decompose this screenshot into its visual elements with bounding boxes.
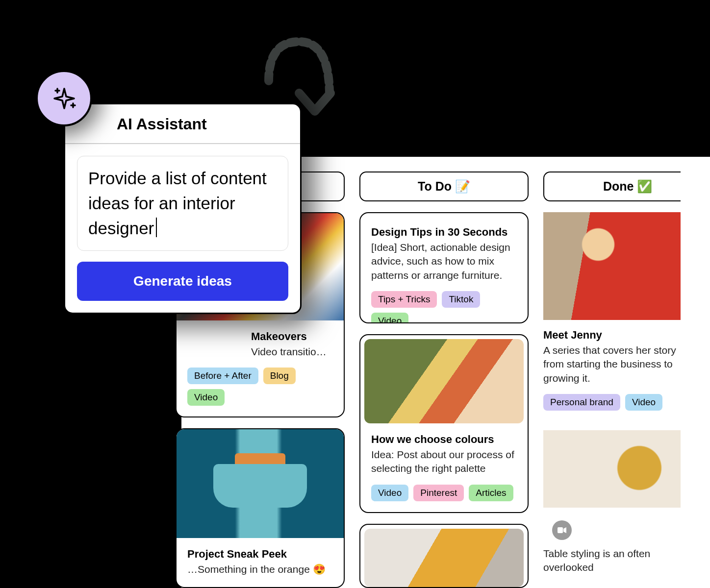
tag[interactable]: Articles	[469, 485, 513, 501]
card-tags: Personal brand Video	[543, 394, 681, 411]
ai-panel-title: AI Assistant	[65, 104, 300, 144]
tag[interactable]: Tips + Tricks	[371, 291, 437, 308]
card-text: [Idea] Short, actionable design advice, …	[371, 241, 517, 282]
tag[interactable]: Personal brand	[543, 394, 620, 411]
card-text: Video transitio…	[187, 345, 333, 359]
tag[interactable]: Tiktok	[442, 291, 480, 308]
card-image	[177, 429, 344, 538]
card[interactable]: Table styling is an often overlooked	[543, 430, 681, 584]
video-icon	[552, 520, 572, 540]
card-text: Table styling is an often overlooked	[543, 547, 681, 575]
card[interactable]: Meet Jenny A series that covers her stor…	[543, 212, 681, 419]
card-image	[543, 430, 681, 538]
sparkle-icon	[36, 70, 92, 126]
card-tags: Tips + Tricks Tiktok Video	[371, 291, 517, 323]
tag[interactable]: Video	[371, 313, 408, 323]
ai-assistant-panel: AI Assistant Provide a list of content i…	[64, 103, 302, 314]
tag[interactable]: Blog	[263, 368, 296, 384]
card-text: …Something in the orange 😍	[187, 563, 333, 576]
card-title: Meet Jenny	[543, 329, 681, 342]
tag[interactable]: Pinterest	[413, 485, 464, 501]
tag[interactable]: Video	[625, 394, 662, 411]
card[interactable]: Project Sneak Peek …Something in the ora…	[176, 428, 345, 588]
card-text: A series that covers her story from star…	[543, 343, 681, 385]
card-image	[543, 212, 681, 320]
ai-prompt-text: Provide a list of content ideas for an i…	[88, 169, 267, 238]
tag[interactable]: Before + After	[187, 368, 258, 384]
card[interactable]: How we choose colours Idea: Post about o…	[359, 334, 529, 513]
tag[interactable]: Video	[371, 485, 408, 501]
card-image	[364, 529, 524, 587]
column-todo: To Do 📝 Design Tips in 30 Seconds [Idea]…	[359, 172, 529, 588]
card-tags: Video Pinterest Articles	[371, 485, 517, 501]
svg-rect-0	[558, 527, 563, 533]
column-header-done[interactable]: Done ✅	[543, 172, 681, 201]
column-title: To Do 📝	[418, 179, 470, 193]
card[interactable]: Design Tips in 30 Seconds [Idea] Short, …	[359, 212, 529, 323]
ai-prompt-input[interactable]: Provide a list of content ideas for an i…	[77, 156, 288, 251]
card-title: Project Sneak Peek	[187, 548, 333, 561]
card-text: Idea: Post about our process of selectin…	[371, 448, 517, 476]
card-tags: Before + After Blog Video	[187, 368, 333, 406]
column-title: Done ✅	[603, 179, 652, 193]
card-title: Design Tips in 30 Seconds	[371, 226, 517, 239]
card-title: Makeovers	[187, 330, 333, 343]
generate-ideas-button[interactable]: Generate ideas	[77, 262, 288, 301]
text-caret	[156, 218, 157, 237]
tag[interactable]: Video	[187, 389, 225, 406]
column-header-todo[interactable]: To Do 📝	[359, 172, 529, 201]
card-image	[364, 339, 524, 423]
column-done: Done ✅ Meet Jenny A series that covers h…	[543, 172, 681, 588]
card[interactable]	[359, 524, 529, 588]
card-title: How we choose colours	[371, 433, 517, 446]
